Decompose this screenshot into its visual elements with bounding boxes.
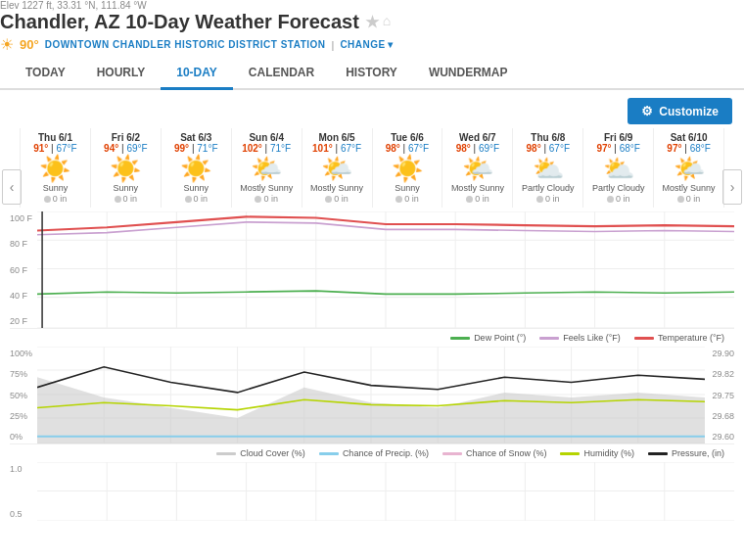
tab-hourly[interactable]: HOURLY	[81, 58, 162, 90]
weather-icon: ☀️	[23, 156, 88, 181]
legend-line	[560, 452, 580, 455]
day-temps: 94° | 69°F	[93, 143, 159, 154]
day-header: Thu 6/8	[515, 132, 581, 143]
day-temps: 101° | 67°F	[304, 143, 370, 154]
chart-y-label: 40 F	[10, 291, 32, 301]
home-icon[interactable]: ⌂	[383, 13, 391, 31]
precip-amount-chart: 1.00.5	[10, 462, 734, 521]
prev-button[interactable]: ‹	[2, 169, 22, 205]
day-header: Sun 6/4	[234, 132, 300, 143]
chart-y-label: 75%	[10, 369, 32, 379]
chart-y-label: 1.0	[10, 464, 23, 474]
day-temps: 91° | 67°F	[23, 143, 88, 154]
separator: |	[332, 39, 335, 51]
day-temps: 97° | 68°F	[585, 143, 651, 154]
change-button[interactable]: CHANGE ▾	[340, 39, 393, 50]
legend-label: Pressure, (in)	[672, 448, 724, 458]
legend-label: Chance of Precip. (%)	[343, 448, 429, 458]
day-col: Thu 6/8 98° | 67°F ⛅ Partly Cloudy 0 in	[513, 128, 583, 208]
day-header: Sat 6/3	[163, 132, 229, 143]
next-button[interactable]: ›	[722, 169, 742, 205]
day-temps: 98° | 67°F	[375, 143, 441, 154]
legend-line	[450, 337, 470, 340]
day-temps: 102° | 71°F	[234, 143, 300, 154]
star-icon[interactable]: ★	[365, 13, 379, 31]
day-temps: 98° | 67°F	[515, 143, 581, 154]
day-header: Fri 6/9	[585, 132, 651, 143]
header: Elev 1227 ft, 33.31 °N, 111.84 °W Chandl…	[0, 0, 744, 54]
chart-y-label: 80 F	[10, 239, 32, 249]
day-condition: Mostly Sunny	[656, 183, 721, 193]
gear-icon: ⚙	[641, 104, 653, 118]
weather-icon: ⛅	[515, 156, 581, 181]
customize-button[interactable]: ⚙ Customize	[628, 98, 732, 124]
chart-y-right-label: 29.82	[712, 369, 734, 379]
day-temps: 98° | 69°F	[444, 143, 510, 154]
chart-y-right-label: 29.68	[712, 411, 734, 421]
day-precip: 0 in	[234, 194, 300, 204]
weather-icon: ☀️	[163, 156, 229, 181]
legend-label: Chance of Snow (%)	[466, 448, 547, 458]
day-condition: Mostly Sunny	[234, 183, 300, 193]
day-condition: Sunny	[375, 183, 441, 193]
day-precip: 0 in	[23, 194, 88, 204]
day-col: Fri 6/9 97° | 68°F ⛅ Partly Cloudy 0 in	[583, 128, 654, 208]
tab-history[interactable]: HISTORY	[330, 58, 413, 90]
tab-today[interactable]: TODAY	[10, 58, 81, 90]
chart-y-label: 100 F	[10, 213, 32, 223]
tab-wundermap[interactable]: WUNDERMAP	[413, 58, 524, 90]
day-condition: Partly Cloudy	[515, 183, 581, 193]
day-col: Fri 6/2 94° | 69°F ☀️ Sunny 0 in	[91, 128, 162, 208]
sun-icon: ☀	[0, 35, 14, 54]
precip-dot	[44, 196, 51, 203]
day-header: Tue 6/6	[375, 132, 441, 143]
chart-y-label: 25%	[10, 411, 32, 421]
day-col: Sat 6/3 99° | 71°F ☀️ Sunny 0 in	[162, 128, 232, 208]
precip-dot	[185, 196, 192, 203]
precip-dot	[466, 196, 473, 203]
chart-y-right-label: 29.90	[712, 349, 734, 358]
legend-line	[539, 337, 559, 340]
precip-chart: 100%75%50%25%0% 29.9029.8229.7529.6829.6…	[10, 347, 734, 444]
station-name: DOWNTOWN CHANDLER HISTORIC DISTRICT STAT…	[45, 39, 326, 50]
day-col: Sun 6/4 102° | 71°F 🌤️ Mostly Sunny 0 in	[232, 128, 302, 208]
legend-item: Temperature (°F)	[634, 333, 724, 343]
day-precip: 0 in	[444, 194, 510, 204]
legend-item: Pressure, (in)	[648, 448, 724, 458]
day-header: Sat 6/10	[656, 132, 721, 143]
day-col: Sat 6/10 97° | 68°F 🌤️ Mostly Sunny 0 in	[654, 128, 724, 208]
page-title: Chandler, AZ 10-Day Weather Forecast	[0, 11, 359, 33]
tab-10-day[interactable]: 10-DAY	[161, 58, 233, 90]
weather-icon: 🌤️	[444, 156, 510, 181]
day-header: Thu 6/1	[23, 132, 88, 143]
legend-label: Cloud Cover (%)	[240, 448, 305, 458]
day-condition: Partly Cloudy	[585, 183, 651, 193]
day-precip: 0 in	[375, 194, 441, 204]
chevron-down-icon: ▾	[388, 39, 394, 50]
tab-calendar[interactable]: CALENDAR	[233, 58, 330, 90]
day-precip: 0 in	[163, 194, 229, 204]
nav-tabs: TODAYHOURLY10-DAYCALENDARHISTORYWUNDERMA…	[0, 58, 744, 90]
day-condition: Sunny	[93, 183, 159, 193]
precip-dot	[607, 196, 614, 203]
day-header: Mon 6/5	[304, 132, 370, 143]
legend-item: Cloud Cover (%)	[216, 448, 305, 458]
chart-y-label: 100%	[10, 349, 32, 358]
weather-icon: ⛅	[585, 156, 651, 181]
day-col: Mon 6/5 101° | 67°F 🌤️ Mostly Sunny 0 in	[302, 128, 373, 208]
chart-y-label: 0.5	[10, 509, 23, 519]
legend-item: Dew Point (°)	[450, 333, 526, 343]
precip-dot	[325, 196, 332, 203]
day-precip: 0 in	[93, 194, 159, 204]
day-precip: 0 in	[656, 194, 721, 204]
legend-label: Dew Point (°)	[474, 333, 526, 343]
day-header: Wed 6/7	[444, 132, 510, 143]
day-condition: Mostly Sunny	[304, 183, 370, 193]
precip-dot	[395, 196, 402, 203]
day-condition: Sunny	[23, 183, 88, 193]
temperature-chart: 100 F80 F60 F40 F20 F	[10, 211, 734, 329]
legend-line	[648, 452, 668, 455]
precip-dot	[115, 196, 121, 203]
day-temps: 97° | 68°F	[656, 143, 721, 154]
weather-icon: 🌤️	[656, 156, 721, 181]
